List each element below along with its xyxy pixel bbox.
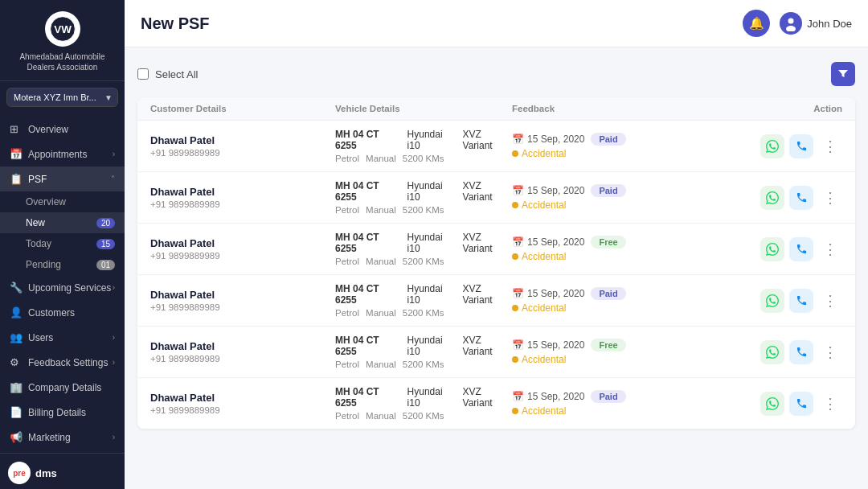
sidebar-item-label: Users xyxy=(28,332,113,343)
phone-button[interactable] xyxy=(789,392,813,416)
more-options-button[interactable]: ⋮ xyxy=(818,186,842,210)
sidebar-item-psf[interactable]: 📋 PSF ˅ xyxy=(0,166,125,191)
vehicle-cell: MH 04 CT 6255 Hyundai i10 XVZ Variant Pe… xyxy=(335,180,512,215)
svg-text:VW: VW xyxy=(54,23,72,35)
sidebar-item-company-details[interactable]: 🏢 Company Details xyxy=(0,375,125,400)
whatsapp-button[interactable] xyxy=(760,186,784,210)
sidebar-item-billing-details[interactable]: 📄 Billing Details xyxy=(0,400,125,425)
sidebar-item-customers[interactable]: 👤 Customers xyxy=(0,300,125,325)
phone-button[interactable] xyxy=(789,289,813,313)
vehicle-fuel: Petrol xyxy=(335,411,359,421)
phone-button[interactable] xyxy=(789,186,813,210)
filter-button[interactable] xyxy=(831,62,855,86)
vehicle-model: Hyundai i10 xyxy=(407,129,457,151)
main-content: New PSF 🔔 John Doe Select All xyxy=(125,0,868,489)
dealer-select[interactable]: Motera XYZ Imn Br... xyxy=(6,88,118,107)
sidebar-item-label: Company Details xyxy=(28,382,115,393)
table-row: Dhawal Patel +91 9899889989 MH 04 CT 625… xyxy=(137,224,855,275)
avatar xyxy=(780,12,802,35)
more-options-button[interactable]: ⋮ xyxy=(818,237,842,261)
more-options-button[interactable]: ⋮ xyxy=(818,134,842,158)
phone-icon xyxy=(796,140,808,152)
select-all-bar: Select All xyxy=(137,59,855,89)
dealer-selector-wrapper[interactable]: Motera XYZ Imn Br... ▼ xyxy=(6,88,118,107)
user-profile-button[interactable]: John Doe xyxy=(780,12,852,35)
phone-button[interactable] xyxy=(789,237,813,261)
sidebar-item-upcoming-services[interactable]: 🔧 Upcoming Services › xyxy=(0,275,125,300)
sidebar-nav: ⊞ Overview 📅 Appointments › 📋 PSF ˅ Over… xyxy=(0,113,125,453)
customer-name: Dhawal Patel xyxy=(150,289,335,301)
footer-pre-label: pre xyxy=(13,469,26,478)
feedback-type: Accidental xyxy=(512,302,746,314)
whatsapp-button[interactable] xyxy=(760,289,784,313)
vehicle-fuel: Petrol xyxy=(335,308,359,318)
vehicle-model: Hyundai i10 xyxy=(407,386,457,409)
psf-today-label: Today xyxy=(26,238,51,249)
ellipsis-icon: ⋮ xyxy=(823,242,838,257)
sidebar-item-label: Feedback Settings xyxy=(28,357,113,368)
header-right: 🔔 John Doe xyxy=(743,10,852,37)
select-all-label: Select All xyxy=(155,68,198,80)
psf-new-label: New xyxy=(26,217,45,228)
chevron-right-icon: › xyxy=(113,150,115,158)
phone-icon xyxy=(796,294,808,306)
feedback-cell: 📅 15 Sep, 2020 Free Accidental xyxy=(512,339,746,365)
notification-bell-button[interactable]: 🔔 xyxy=(743,10,770,37)
whatsapp-icon xyxy=(766,243,779,256)
footer-brand: pre dms xyxy=(8,462,117,484)
vehicle-fuel: Petrol xyxy=(335,360,359,369)
customer-cell: Dhawal Patel +91 9899889989 xyxy=(150,289,335,312)
sidebar-item-label: Billing Details xyxy=(28,407,115,418)
sidebar-subitem-psf-today[interactable]: Today 15 xyxy=(0,233,125,254)
feedback-date: 📅 15 Sep, 2020 xyxy=(512,134,584,145)
more-options-button[interactable]: ⋮ xyxy=(818,289,842,313)
chevron-right-icon: › xyxy=(113,358,115,367)
calendar-icon: 📅 xyxy=(512,288,524,299)
vehicle-plate: MH 04 CT 6255 xyxy=(335,335,401,357)
whatsapp-button[interactable] xyxy=(760,392,784,416)
whatsapp-button[interactable] xyxy=(760,237,784,261)
vehicle-plate: MH 04 CT 6255 xyxy=(335,232,401,254)
vehicle-fuel: Petrol xyxy=(335,257,359,266)
sidebar-item-appointments[interactable]: 📅 Appointments › xyxy=(0,142,125,166)
feedback-dot-icon xyxy=(512,150,518,157)
chevron-right-icon: › xyxy=(113,283,115,292)
more-options-button[interactable]: ⋮ xyxy=(818,340,842,364)
action-cell: ⋮ xyxy=(746,340,842,364)
sidebar-item-marketing[interactable]: 📢 Marketing › xyxy=(0,425,125,450)
select-all-checkbox[interactable] xyxy=(137,68,149,80)
more-options-button[interactable]: ⋮ xyxy=(818,392,842,416)
vehicle-variant: XVZ Variant xyxy=(463,283,512,306)
table-row: Dhawal Patel +91 9899889989 MH 04 CT 625… xyxy=(137,121,855,172)
footer-logo: pre xyxy=(8,462,31,484)
grid-icon: ⊞ xyxy=(10,123,23,135)
customer-name: Dhawal Patel xyxy=(150,186,335,198)
feedback-date: 📅 15 Sep, 2020 xyxy=(512,391,584,402)
whatsapp-button[interactable] xyxy=(760,340,784,364)
vehicle-plate: MH 04 CT 6255 xyxy=(335,386,401,409)
whatsapp-button[interactable] xyxy=(760,134,784,158)
psf-pending-label: Pending xyxy=(26,259,61,270)
sidebar-item-overview[interactable]: ⊞ Overview xyxy=(0,117,125,142)
payment-badge: Free xyxy=(591,236,625,249)
vehicle-cell: MH 04 CT 6255 Hyundai i10 XVZ Variant Pe… xyxy=(335,335,512,369)
customer-cell: Dhawal Patel +91 9899889989 xyxy=(150,392,335,415)
phone-button[interactable] xyxy=(789,134,813,158)
psf-overview-label: Overview xyxy=(26,196,66,208)
payment-badge: Paid xyxy=(591,184,625,197)
table-row: Dhawal Patel +91 9899889989 MH 04 CT 625… xyxy=(137,378,855,429)
vehicle-transmission: Manual xyxy=(366,411,396,421)
calendar-icon: 📅 xyxy=(512,391,524,402)
vehicle-fuel: Petrol xyxy=(335,205,359,215)
sidebar-subitem-psf-overview[interactable]: Overview xyxy=(0,191,125,212)
person-icon: 👤 xyxy=(10,306,23,318)
sidebar-subitem-psf-pending[interactable]: Pending 01 xyxy=(0,254,125,275)
sidebar-subitem-psf-new[interactable]: New 20 xyxy=(0,212,125,233)
vehicle-km: 5200 KMs xyxy=(403,154,444,163)
filter-icon xyxy=(837,68,849,80)
vehicle-transmission: Manual xyxy=(366,360,396,369)
col-action: Action xyxy=(746,104,842,113)
sidebar-item-users[interactable]: 👥 Users › xyxy=(0,325,125,350)
sidebar-item-feedback-settings[interactable]: ⚙ Feedback Settings › xyxy=(0,350,125,375)
phone-button[interactable] xyxy=(789,340,813,364)
